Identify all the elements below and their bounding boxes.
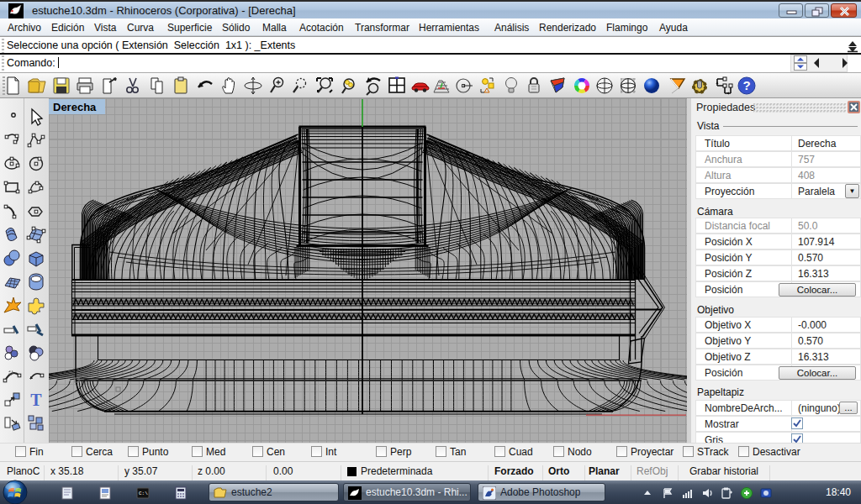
svg-text:?: ? — [742, 78, 750, 92]
svg-text:C:\: C:\ — [139, 491, 148, 496]
svg-text:T: T — [30, 391, 42, 409]
